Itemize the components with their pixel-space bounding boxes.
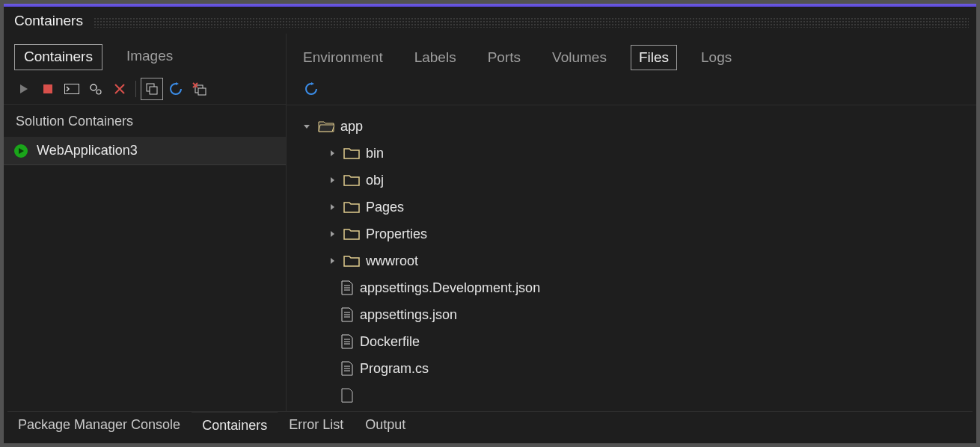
terminal-button[interactable] [61,78,83,100]
caret-right-icon[interactable] [327,175,337,185]
refresh-button[interactable] [165,78,187,100]
dtab-labels[interactable]: Labels [407,46,464,70]
tab-images[interactable]: Images [117,44,182,70]
tree-file-appsettings-dev[interactable]: appsettings.Development.json [291,274,972,301]
view-tabs: Containers Images [4,34,286,73]
caret-right-icon[interactable] [327,256,337,266]
tree-label: obj [366,173,384,188]
left-column: Containers Images [4,34,287,412]
file-icon [340,280,354,295]
folder-icon [343,254,360,268]
tree-refresh-button[interactable] [300,78,322,100]
tree-folder-pages[interactable]: Pages [291,194,972,221]
tree-label: appsettings.Development.json [360,280,540,296]
tree-label: appsettings.json [360,307,457,323]
tree-label: Dockerfile [360,334,420,350]
tree-folder-app[interactable]: app [291,113,972,140]
svg-rect-5 [150,87,157,94]
caret-down-icon[interactable] [301,121,312,132]
delete-button[interactable] [108,78,131,100]
container-list-item[interactable]: WebApplication3 [4,137,286,165]
tree-file-appsettings[interactable]: appsettings.json [291,301,972,328]
panel-title-bar: Containers [4,7,976,34]
btab-error-list[interactable]: Error List [278,412,355,440]
tree-file-cut[interactable] [291,382,972,409]
dtab-environment[interactable]: Environment [295,46,391,70]
caret-right-icon[interactable] [327,229,337,239]
tree-label: app [340,119,363,135]
tree-file-dockerfile[interactable]: Dockerfile [291,328,972,355]
grip-dots[interactable] [94,17,969,28]
compose-view-button[interactable] [141,78,163,100]
dtab-volumes[interactable]: Volumes [545,46,614,70]
folder-icon [343,227,360,241]
panel-title: Containers [14,13,83,28]
tree-label: Pages [366,200,404,215]
folder-icon [343,147,360,160]
detail-tabs: Environment Labels Ports Volumes Files L… [287,34,976,74]
btab-output[interactable]: Output [355,412,417,440]
dtab-files[interactable]: Files [631,45,677,70]
file-icon [340,307,354,322]
tab-containers[interactable]: Containers [14,44,102,70]
folder-icon [343,173,360,187]
bottom-tab-bar: Package Manager Console Containers Error… [7,411,973,440]
dtab-logs[interactable]: Logs [693,46,739,70]
remove-compose-button[interactable] [189,78,211,100]
file-icon [340,334,354,349]
svg-point-3 [97,90,101,94]
tree-file-program[interactable]: Program.cs [291,355,972,382]
tree-label: Program.cs [360,361,429,377]
detail-toolbar [287,74,976,105]
toolbar-separator [135,81,136,97]
container-name-label: WebApplication3 [37,143,138,158]
svg-point-2 [91,84,97,90]
tree-folder-wwwroot[interactable]: wwwroot [291,247,972,274]
tree-folder-properties[interactable]: Properties [291,221,972,247]
folder-open-icon [318,120,334,133]
folder-icon [343,200,360,214]
sidebar-toolbar [4,73,286,105]
tree-label: bin [366,146,384,161]
svg-rect-0 [43,84,52,93]
sidebar-section-heading: Solution Containers [4,105,286,137]
start-button[interactable] [13,78,35,100]
file-tree[interactable]: app bin obj [287,105,976,412]
tree-folder-bin[interactable]: bin [291,140,972,167]
svg-rect-7 [198,88,206,95]
running-status-icon [14,144,28,158]
tree-label: Properties [366,226,427,242]
settings-button[interactable] [85,78,107,100]
file-icon [340,388,354,403]
btab-containers[interactable]: Containers [192,412,278,440]
right-column: Environment Labels Ports Volumes Files L… [287,34,976,412]
stop-button[interactable] [37,78,59,100]
dtab-ports[interactable]: Ports [480,46,528,70]
tree-folder-obj[interactable]: obj [291,167,972,194]
svg-rect-1 [65,84,79,93]
caret-right-icon[interactable] [327,202,337,212]
tree-label: wwwroot [366,253,418,269]
file-icon [340,361,354,376]
caret-right-icon[interactable] [327,148,337,158]
btab-pm-console[interactable]: Package Manager Console [7,412,192,440]
